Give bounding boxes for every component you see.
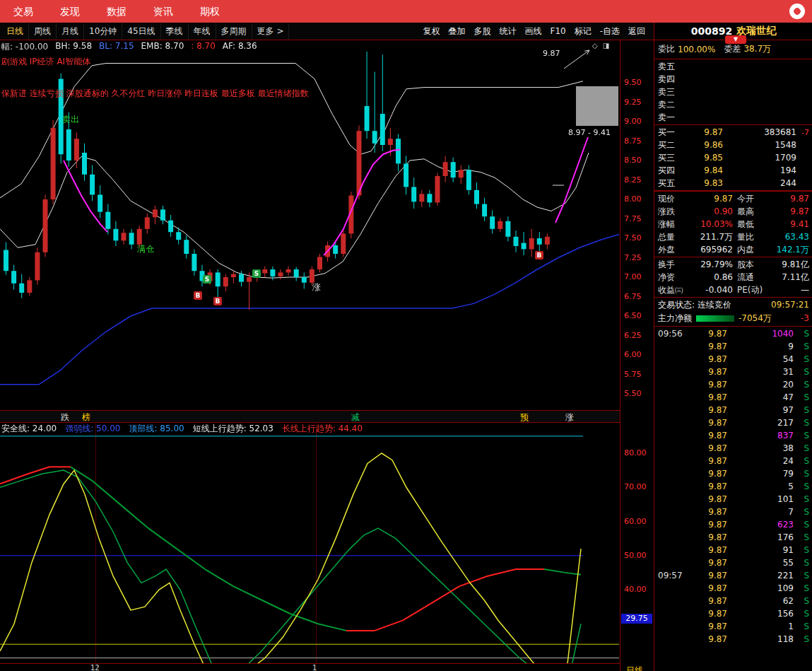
period-tab[interactable]: 日线 [1,23,29,40]
tick-flag: S [794,583,809,593]
month-label: 12 [90,664,100,671]
tick-row: 9.8731S [654,366,812,378]
period-tab[interactable]: 周线 [29,23,57,40]
main-chart-area: 幅: -100.00BH: 9.58BL: 7.15EMB: 8.70: 8.7… [0,40,620,410]
weibi-row: 委比 100.00% 委差 38.7万 ▼ [654,40,812,58]
indicator-canvas[interactable] [0,422,620,663]
ask-label: 卖一 [658,112,683,124]
toolbar-button[interactable]: 叠加 [444,23,469,40]
quote-value: 695962 [686,245,733,255]
ask-row[interactable]: 卖三 [654,86,812,98]
bid-row[interactable]: 买二9.861548 [654,139,812,151]
quote-value: 9.87 [771,194,809,204]
ask-row[interactable]: 卖二 [654,98,812,111]
quote-row: 涨跌0.90最高9.87 [654,205,812,218]
quote-label: 外盘 [658,244,686,256]
price-axis-label: 8.00 [624,194,642,204]
quote-value: 211.7万 [686,231,733,243]
chart-corner-icons: ◇◨ [592,42,609,49]
tick-flag: S [794,494,809,504]
buy-marker: B [194,291,202,300]
toolbar-button[interactable]: 返回 [624,23,649,40]
tick-row: 9.87101S [654,493,812,506]
tick-volume: 79 [727,469,794,479]
tick-volume: 7 [727,507,794,517]
menu-item[interactable]: 资讯 [140,0,187,23]
quote-row: 外盘695962内盘142.1万 [654,243,812,256]
tick-volume: 62 [727,596,794,606]
tick-price: 9.87 [688,456,727,466]
quote-row: 收益㈢-0.040PE(动)— [654,284,812,296]
indicator-label: 强弱线: 50.00 [65,423,120,435]
ask-label: 卖四 [658,74,683,86]
bid-row[interactable]: 买四9.84194 [654,164,812,177]
ask-row[interactable]: 卖五 [654,60,812,73]
quote-label: 涨幅 [658,218,686,231]
price-axis-label: 5.75 [624,370,642,379]
toolbar-button[interactable]: 多股 [469,23,495,40]
ask-label: 卖三 [658,86,683,98]
bid-volume: 244 [723,178,796,188]
indicator-label: 长线上行趋势: 44.40 [282,423,363,435]
tick-list[interactable]: 09:569.871040S9.879S9.8754S9.8731S9.8720… [654,327,812,646]
period-tab[interactable]: 月线 [57,23,84,40]
indicator-value: 幅: -100.00 [1,41,48,53]
menu-item[interactable]: 期权 [187,0,233,23]
quote-label: 最低 [737,218,771,231]
weibi-label: 委比 [658,43,675,55]
price-range-label: 8.97 - 9.41 [568,128,611,137]
quote-row: 现价9.87今开9.87 [654,192,812,205]
weibi-value: 100.00% [678,45,715,54]
period-tab[interactable]: 更多 > [252,23,290,40]
tick-volume: 54 [727,354,794,364]
tick-volume: 109 [727,583,794,593]
diamond-icon[interactable]: ◇ [592,42,598,49]
toolbar-button[interactable]: 统计 [495,23,520,40]
tick-flag: S [794,634,809,644]
tick-flag: S [794,469,809,479]
tick-price: 9.87 [688,367,727,377]
tick-flag: S [794,622,809,631]
toolbar-button[interactable]: 复权 [418,23,444,40]
quote-label: 流通 [737,272,771,284]
period-tab[interactable]: 季线 [161,23,189,40]
toolbar-button[interactable]: F10 [546,23,570,40]
period-tab[interactable]: 年线 [189,23,216,40]
tick-row: 9.8754S [654,353,812,366]
period-tab[interactable]: 多周期 [216,23,252,40]
indicator-value-badge: 29.75 [621,614,652,624]
expand-queue-button[interactable]: ▼ [725,35,746,44]
toolbar-button[interactable]: 画线 [520,23,546,40]
app-logo-icon[interactable] [789,4,805,19]
toolbar-button[interactable]: -自选 [596,23,624,40]
menu-item[interactable]: 交易 [0,0,47,23]
status-time: 09:57:21 [771,300,809,310]
quote-value: 142.1万 [771,244,809,256]
indicator-label: 顶部线: 85.00 [129,423,184,435]
ask-row[interactable]: 卖四 [654,73,812,86]
indicator-axis-label: 80.00 [624,448,647,457]
tick-volume: 9 [727,342,794,351]
menu-item[interactable]: 数据 [93,0,140,23]
tick-price: 9.87 [688,571,727,580]
bid-row[interactable]: 买五9.83244 [654,177,812,189]
tick-flag: S [794,367,809,377]
period-tab[interactable]: 10分钟 [84,23,122,40]
period-tab[interactable]: 45日线 [122,23,160,40]
quote-label: PE(动) [737,284,771,296]
indicator-header: 安全线: 24.00强弱线: 50.00顶部线: 85.00短线上行趋势: 52… [1,423,363,435]
menu-item[interactable]: 发现 [47,0,93,23]
top-menu-bar: 交易发现数据资讯期权 [0,0,812,23]
indicator-info-bar: 幅: -100.00BH: 9.58BL: 7.15EMB: 8.70: 8.7… [1,41,257,53]
bid-row[interactable]: 买一9.87383681-7 [654,126,812,139]
bid-row[interactable]: 买三9.851709 [654,151,812,164]
toolbar-button[interactable]: 标记 [570,23,596,40]
tick-price: 9.87 [688,494,727,504]
price-axis: 9.509.259.008.758.508.258.007.757.507.25… [620,40,654,671]
split-window-icon[interactable]: ◨ [603,42,609,49]
tick-price: 9.87 [688,532,727,542]
main-flow-label: 主力净额 [658,313,692,325]
bid-price: 9.85 [683,153,723,163]
ask-row[interactable]: 卖一 [654,111,812,124]
price-axis-label: 8.25 [624,175,642,185]
